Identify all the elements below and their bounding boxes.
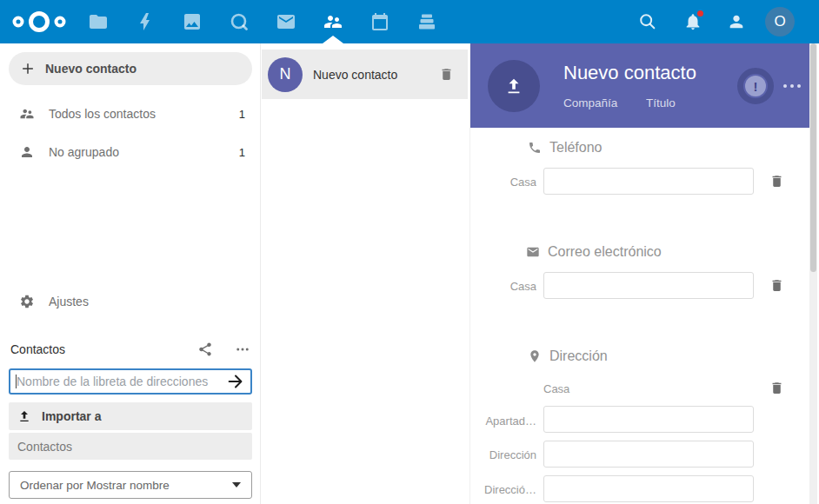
delete-contact-icon[interactable] [439, 67, 454, 82]
upload-icon [17, 409, 31, 423]
notifications-bell-icon[interactable] [683, 12, 702, 31]
activity-icon[interactable] [135, 11, 156, 32]
person-icon [19, 144, 35, 160]
import-button[interactable]: Importar a [9, 402, 252, 430]
delete-address-icon[interactable] [769, 381, 784, 395]
sidebar-item-label: No agrupado [49, 145, 239, 159]
company-input[interactable] [563, 94, 640, 111]
contact-detail-header: Nuevo contacto ! [470, 43, 810, 128]
sort-select[interactable]: Ordenar por Mostrar nombre [9, 471, 252, 499]
sidebar-item-all-contacts[interactable]: Todos los contactos 1 [0, 95, 260, 133]
upload-icon [504, 76, 523, 96]
sort-select-label: Ordenar por Mostrar nombre [20, 479, 232, 492]
group-icon [19, 106, 35, 122]
address-field-label: Direcció… [470, 483, 536, 496]
warning-button[interactable]: ! [737, 68, 774, 104]
contact-avatar: N [268, 57, 303, 92]
contact-detail-title: Nuevo contacto [563, 62, 696, 84]
phone-input[interactable] [543, 168, 754, 195]
address-street-input[interactable] [543, 441, 754, 468]
scrollbar-track[interactable] [809, 43, 817, 504]
plus-icon [21, 62, 35, 76]
sidebar-item-settings[interactable]: Ajustes [0, 282, 260, 321]
search-icon[interactable] [638, 12, 657, 31]
sidebar-item-not-grouped[interactable]: No agrupado 1 [0, 133, 260, 171]
import-label: Importar a [42, 409, 101, 423]
address-field-label: Apartad… [470, 414, 536, 428]
email-type-label: Casa [470, 280, 536, 293]
contact-list-item[interactable]: N Nuevo contacto [262, 50, 468, 99]
phone-type-label: Casa [470, 176, 536, 189]
more-options-icon[interactable] [235, 342, 250, 357]
avatar-upload-button[interactable] [488, 60, 540, 112]
share-icon[interactable] [197, 342, 213, 357]
delete-email-icon[interactable] [769, 278, 784, 293]
user-avatar[interactable]: O [765, 7, 795, 36]
contact-count: 1 [239, 146, 245, 159]
talk-icon[interactable] [229, 11, 250, 32]
job-title-input[interactable] [646, 94, 707, 111]
addressbook-title: Contactos [10, 342, 197, 356]
email-section-header: Correo electrónico [526, 244, 662, 260]
new-contact-label: Nuevo contacto [45, 62, 136, 76]
phone-section-label: Teléfono [549, 140, 603, 156]
files-icon[interactable] [88, 11, 109, 32]
chevron-down-icon [232, 482, 241, 487]
new-addressbook-input[interactable] [10, 370, 226, 393]
deck-icon[interactable] [416, 11, 437, 32]
email-input[interactable] [543, 272, 754, 299]
sidebar-item-label: Todos los contactos [49, 107, 239, 121]
contact-list: N Nuevo contacto [262, 43, 469, 504]
notification-dot [697, 10, 703, 17]
phone-section-header: Teléfono [528, 140, 603, 156]
new-addressbook-field [9, 368, 252, 395]
new-contact-button[interactable]: Nuevo contacto [9, 52, 252, 85]
delete-phone-icon[interactable] [769, 174, 784, 189]
active-app-caret [323, 36, 343, 43]
address-type-label: Casa [543, 382, 648, 395]
contact-detail: Nuevo contacto ! Teléfono Casa Correo el… [469, 43, 819, 504]
text-caret [16, 375, 17, 388]
contacts-menu-icon[interactable] [727, 12, 746, 31]
addressbook-item-contactos[interactable]: Contactos [9, 433, 252, 460]
detail-more-options-icon[interactable] [783, 83, 804, 90]
map-pin-icon [528, 349, 542, 363]
calendar-icon[interactable] [370, 11, 390, 32]
photos-icon[interactable] [182, 11, 203, 32]
address-pobox-input[interactable] [543, 406, 754, 433]
exclamation-icon: ! [745, 76, 766, 96]
scrollbar-thumb[interactable] [810, 43, 816, 272]
contacts-app: O Nuevo contacto Todos los contactos 1 N… [0, 0, 819, 504]
phone-icon [528, 141, 542, 155]
gear-icon [19, 294, 35, 309]
contacts-app-icon[interactable] [323, 11, 343, 32]
address-section-header: Dirección [528, 348, 608, 364]
sidebar: Nuevo contacto Todos los contactos 1 No … [0, 43, 261, 504]
address-field-label: Dirección [470, 448, 536, 461]
submit-arrow-icon[interactable] [226, 372, 249, 391]
addressbook-section-header: Contactos [10, 341, 250, 358]
address-section-label: Dirección [549, 348, 608, 364]
address-extended-input[interactable] [543, 475, 754, 502]
email-section-label: Correo electrónico [548, 244, 662, 260]
mail-icon[interactable] [276, 11, 296, 32]
nextcloud-logo-icon[interactable] [10, 9, 68, 35]
email-icon [526, 245, 540, 259]
contact-name: Nuevo contacto [313, 68, 439, 82]
contact-count: 1 [239, 108, 245, 121]
top-bar: O [0, 0, 819, 43]
settings-label: Ajustes [49, 295, 245, 308]
